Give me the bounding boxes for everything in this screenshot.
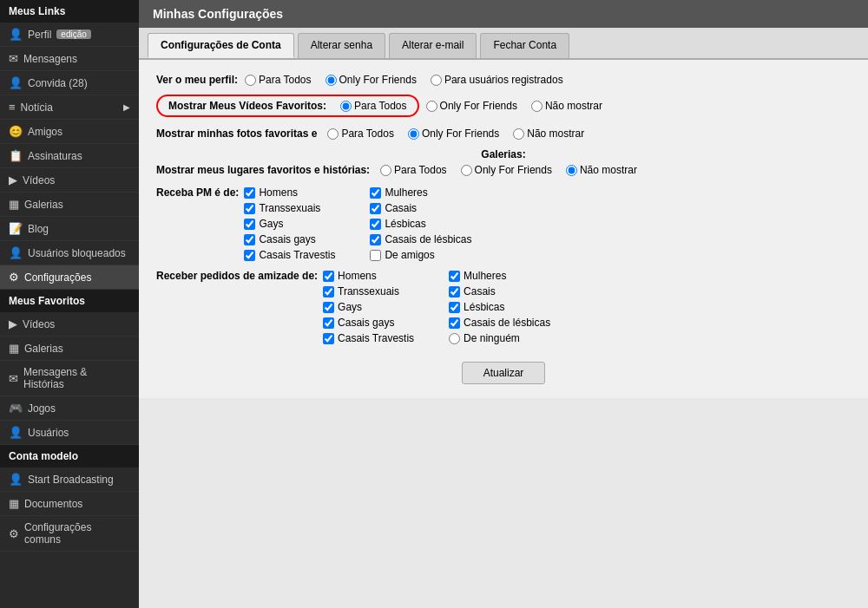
ver-perfil-options: Para Todos Only For Friends Para usuário… bbox=[245, 74, 563, 86]
receber-pedidos-section: Receber pedidos de amizade de: Homens Tr… bbox=[156, 270, 851, 344]
sidebar-item-noticia[interactable]: ≡ Notícia ▶ bbox=[0, 95, 139, 120]
receber-pedidos-casais-gays[interactable]: Casais gays bbox=[323, 317, 414, 329]
ver-perfil-row: Ver o meu perfil: Para Todos Only For Fr… bbox=[156, 74, 851, 86]
gear-comuns-icon: ⚙ bbox=[9, 527, 19, 540]
receba-pm-mulheres[interactable]: Mulheres bbox=[370, 186, 471, 199]
blog-icon: 📝 bbox=[9, 222, 23, 235]
sidebar-item-label: Notícia bbox=[21, 101, 53, 114]
sidebar-item-config-comuns[interactable]: ⚙ Configurações comuns bbox=[0, 516, 139, 552]
sidebar-item-perfil[interactable]: 👤 Perfil edição bbox=[0, 23, 139, 47]
receba-pm-gays[interactable]: Gays bbox=[244, 218, 335, 230]
receba-pm-casais-travestis[interactable]: Casais Travestis bbox=[244, 249, 335, 261]
update-btn-row: Atualizar bbox=[156, 362, 851, 384]
tab-alterar-senha[interactable]: Alterar senha bbox=[298, 33, 385, 58]
sidebar-item-label: Configurações bbox=[24, 271, 91, 284]
sidebar-item-fav-videos[interactable]: ▶ Vídeos bbox=[0, 312, 139, 337]
receber-pedidos-casais-travestis[interactable]: Casais Travestis bbox=[323, 332, 414, 344]
sidebar-item-convida[interactable]: 👤 Convida (28) bbox=[0, 71, 139, 95]
receba-pm-section: Receba PM é de: Homens Transsexuais Gays bbox=[156, 186, 851, 261]
receba-pm-casais-lesbicas[interactable]: Casais de lésbicas bbox=[370, 233, 471, 245]
user-icon: 👤 bbox=[9, 28, 23, 41]
sidebar-item-usuarios-bloqueados[interactable]: 👤 Usuários bloqueados bbox=[0, 241, 139, 265]
sidebar-item-fav-jogos[interactable]: 🎮 Jogos bbox=[0, 396, 139, 421]
tab-configuracoes-conta[interactable]: Configurações de Conta bbox=[148, 33, 294, 58]
sidebar-item-mensagens[interactable]: ✉ Mensagens bbox=[0, 47, 139, 71]
friends-icon: 😊 bbox=[9, 125, 23, 138]
ver-perfil-only-friends[interactable]: Only For Friends bbox=[326, 74, 417, 86]
sidebar-item-documentos[interactable]: ▦ Documentos bbox=[0, 492, 139, 516]
mostrar-fotos-para-todos[interactable]: Para Todos bbox=[327, 127, 394, 140]
sidebar-item-label: Convida (28) bbox=[28, 77, 88, 89]
sidebar-item-label: Jogos bbox=[28, 402, 56, 415]
gallery-fav-icon: ▦ bbox=[9, 342, 19, 355]
receber-pedidos-mulheres[interactable]: Mulheres bbox=[449, 270, 550, 282]
receber-pedidos-left-col: Homens Transsexuais Gays Casais gays bbox=[323, 270, 414, 344]
sidebar-item-fav-galerias[interactable]: ▦ Galerias bbox=[0, 337, 139, 361]
receba-pm-casais-gays[interactable]: Casais gays bbox=[244, 233, 335, 245]
receber-pedidos-lesbicas[interactable]: Lésbicas bbox=[449, 301, 550, 313]
receber-pedidos-casais[interactable]: Casais bbox=[449, 285, 550, 297]
conta-modelo-title: Conta modelo bbox=[0, 445, 139, 467]
mostrar-fotos-options: Para Todos Only For Friends Não mostrar bbox=[327, 127, 584, 140]
receber-pedidos-gays[interactable]: Gays bbox=[323, 301, 414, 313]
sidebar-item-label: Blog bbox=[28, 223, 49, 235]
mostrar-lugares-nao-mostrar[interactable]: Não mostrar bbox=[566, 164, 637, 176]
receba-pm-de-amigos[interactable]: De amigos bbox=[370, 249, 471, 261]
receba-pm-transsexuais[interactable]: Transsexuais bbox=[244, 202, 335, 214]
docs-icon: ▦ bbox=[9, 497, 19, 510]
sidebar-item-start-broadcasting[interactable]: 👤 Start Broadcasting bbox=[0, 467, 139, 492]
mostrar-videos-nao-mostrar[interactable]: Não mostrar bbox=[531, 100, 602, 112]
receba-pm-cols: Homens Transsexuais Gays Casais gays bbox=[244, 186, 851, 261]
mostrar-fotos-only-friends[interactable]: Only For Friends bbox=[408, 127, 499, 140]
mostrar-lugares-only-friends[interactable]: Only For Friends bbox=[461, 164, 552, 176]
receber-pedidos-homens[interactable]: Homens bbox=[323, 270, 414, 282]
receba-pm-homens[interactable]: Homens bbox=[244, 186, 335, 199]
game-icon: 🎮 bbox=[9, 402, 23, 415]
receba-pm-lesbicas[interactable]: Lésbicas bbox=[370, 218, 471, 230]
sidebar-item-label: Amigos bbox=[28, 126, 62, 138]
receber-pedidos-label: Receber pedidos de amizade de: bbox=[156, 270, 318, 282]
mostrar-lugares-nao-mostrar-label: Não mostrar bbox=[580, 164, 637, 176]
mostrar-lugares-para-todos[interactable]: Para Todos bbox=[380, 164, 447, 176]
tabs-bar: Configurações de Conta Alterar senha Alt… bbox=[139, 28, 868, 60]
receber-pedidos-transsexuais[interactable]: Transsexuais bbox=[323, 285, 414, 297]
mostrar-videos-rest: Only For Friends Não mostrar bbox=[426, 100, 602, 112]
sidebar-item-label: Perfil bbox=[28, 29, 51, 41]
meus-links-title: Meus Links bbox=[0, 0, 139, 23]
receba-pm-right-col: Mulheres Casais Lésbicas Casais de lésbi… bbox=[370, 186, 471, 261]
sidebar-item-label: Start Broadcasting bbox=[28, 474, 114, 486]
sidebar-item-videos[interactable]: ▶ Vídeos bbox=[0, 168, 139, 193]
sidebar-item-fav-mensagens[interactable]: ✉ Mensagens & Histórias bbox=[0, 361, 139, 396]
mostrar-lugares-label: Mostrar meus lugares favoritos e históri… bbox=[156, 164, 370, 176]
mostrar-videos-only-friends[interactable]: Only For Friends bbox=[426, 100, 517, 112]
mostrar-fotos-nao-mostrar[interactable]: Não mostrar bbox=[513, 127, 584, 140]
tab-fechar-conta[interactable]: Fechar Conta bbox=[480, 33, 569, 58]
gallery-icon: ▦ bbox=[9, 198, 19, 211]
page-title: Minhas Configurações bbox=[139, 0, 868, 28]
sidebar-item-assinaturas[interactable]: 📋 Assinaturas bbox=[0, 144, 139, 168]
broadcast-icon: 👤 bbox=[9, 473, 23, 486]
mostrar-fotos-para-todos-label: Para Todos bbox=[341, 127, 394, 140]
sidebar-item-fav-usuarios[interactable]: 👤 Usuários bbox=[0, 421, 139, 445]
gear-icon: ⚙ bbox=[9, 271, 19, 284]
sidebar-item-blog[interactable]: 📝 Blog bbox=[0, 217, 139, 241]
sidebar-item-label: Configurações comuns bbox=[24, 521, 130, 546]
block-icon: 👤 bbox=[9, 246, 23, 259]
update-button[interactable]: Atualizar bbox=[462, 362, 546, 384]
ver-perfil-only-friends-label: Only For Friends bbox=[339, 74, 417, 86]
sidebar-item-amigos[interactable]: 😊 Amigos bbox=[0, 120, 139, 144]
user-plus-icon: 👤 bbox=[9, 76, 23, 89]
receba-pm-casais[interactable]: Casais bbox=[370, 202, 471, 214]
sidebar-item-galerias[interactable]: ▦ Galerias bbox=[0, 193, 139, 217]
mostrar-videos-para-todos[interactable]: Para Todos bbox=[340, 100, 407, 112]
galerias-heading: Galerias: bbox=[156, 148, 851, 160]
ver-perfil-para-todos[interactable]: Para Todos bbox=[245, 74, 312, 86]
ver-perfil-registrados[interactable]: Para usuários registrados bbox=[431, 74, 563, 86]
tab-alterar-email[interactable]: Alterar e-mail bbox=[389, 33, 477, 58]
meus-favoritos-title: Meus Favoritos bbox=[0, 290, 139, 312]
receber-pedidos-casais-lesbicas[interactable]: Casais de lésbicas bbox=[449, 317, 550, 329]
msg-fav-icon: ✉ bbox=[9, 372, 18, 385]
receber-pedidos-de-ninguem[interactable]: De ninguém bbox=[449, 332, 550, 344]
sidebar-item-configuracoes[interactable]: ⚙ Configurações bbox=[0, 265, 139, 290]
sidebar-item-label: Mensagens bbox=[23, 53, 77, 65]
